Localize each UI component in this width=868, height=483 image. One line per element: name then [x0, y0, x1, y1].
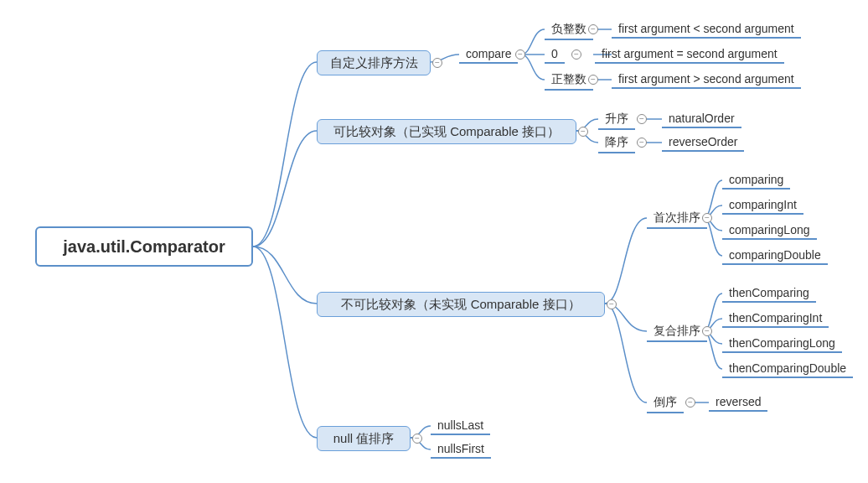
leaf-pos-int[interactable]: 正整数	[545, 70, 593, 91]
root-label: java.util.Comparator	[63, 237, 225, 257]
leaf-compare[interactable]: compare	[459, 45, 518, 64]
leaf-first-sort[interactable]: 首次排序	[647, 209, 707, 229]
leaf-then-comparing-double: thenComparingDouble	[722, 360, 853, 378]
leaf-reversed: reversed	[709, 393, 767, 412]
leaf-reverse-order: reverseOrder	[662, 133, 744, 152]
leaf-zero-desc: first argument = second argument	[595, 45, 784, 64]
label: first argument = second argument	[602, 47, 778, 60]
leaf-comparing-int: comparingInt	[722, 196, 803, 215]
label: 0	[551, 47, 558, 60]
branch-custom-sort[interactable]: 自定义排序方法	[317, 50, 431, 75]
leaf-then-comparing-int: thenComparingInt	[722, 309, 829, 328]
collapse-icon[interactable]: −	[637, 114, 647, 124]
branch-not-comparable[interactable]: 不可比较对象（未实现 Comparable 接口）	[317, 292, 605, 317]
collapse-icon[interactable]: −	[637, 138, 647, 148]
branch-label: 可比较对象（已实现 Comparable 接口）	[333, 124, 560, 140]
label: 正整数	[551, 72, 586, 87]
leaf-natural-order: naturalOrder	[662, 110, 741, 128]
collapse-icon[interactable]: −	[412, 434, 422, 444]
label: 负整数	[551, 22, 586, 37]
root-node[interactable]: java.util.Comparator	[35, 226, 253, 267]
label: reversed	[716, 395, 761, 408]
leaf-comparing: comparing	[722, 171, 790, 190]
leaf-label: compare	[466, 47, 511, 60]
leaf-nulls-first: nullsFirst	[431, 440, 491, 459]
label: comparingDouble	[729, 248, 821, 262]
collapse-icon[interactable]: −	[685, 397, 695, 408]
label: comparingInt	[729, 198, 797, 211]
leaf-neg-int-desc: first argument < second argument	[612, 20, 801, 39]
branch-label: null 值排序	[333, 431, 395, 447]
label: thenComparingDouble	[729, 361, 846, 375]
label: nullsLast	[437, 418, 483, 432]
leaf-pos-int-desc: first argument > second argument	[612, 70, 801, 89]
collapse-icon[interactable]: −	[607, 299, 617, 309]
collapse-icon[interactable]: −	[571, 49, 581, 60]
label: comparingLong	[729, 223, 810, 236]
collapse-icon[interactable]: −	[515, 49, 525, 60]
collapse-icon[interactable]: −	[432, 58, 442, 68]
label: first argument < second argument	[618, 22, 794, 35]
collapse-icon[interactable]: −	[588, 24, 598, 34]
leaf-nulls-last: nullsLast	[431, 417, 490, 435]
leaf-comparing-long: comparingLong	[722, 221, 817, 240]
label: nullsFirst	[437, 442, 484, 455]
collapse-icon[interactable]: −	[588, 75, 598, 85]
leaf-asc[interactable]: 升序	[598, 110, 635, 130]
label: 首次排序	[654, 210, 700, 226]
leaf-reverse[interactable]: 倒序	[647, 393, 684, 413]
leaf-comparing-double: comparingDouble	[722, 247, 828, 265]
leaf-compound-sort[interactable]: 复合排序	[647, 322, 707, 342]
branch-label: 自定义排序方法	[330, 55, 418, 71]
branch-null-sort[interactable]: null 值排序	[317, 426, 411, 451]
label: reverseOrder	[669, 135, 737, 148]
collapse-icon[interactable]: −	[702, 326, 712, 336]
leaf-zero[interactable]: 0	[545, 45, 565, 64]
label: first argument > second argument	[618, 72, 794, 86]
label: thenComparingLong	[729, 336, 835, 350]
leaf-then-comparing-long: thenComparingLong	[722, 335, 842, 353]
label: 降序	[605, 135, 628, 150]
leaf-then-comparing: thenComparing	[722, 284, 816, 303]
leaf-desc[interactable]: 降序	[598, 133, 635, 153]
branch-comparable[interactable]: 可比较对象（已实现 Comparable 接口）	[317, 119, 576, 144]
label: 倒序	[654, 395, 677, 410]
collapse-icon[interactable]: −	[702, 213, 712, 223]
leaf-neg-int[interactable]: 负整数	[545, 20, 593, 40]
collapse-icon[interactable]: −	[578, 127, 588, 137]
label: comparing	[729, 173, 783, 186]
label: thenComparing	[729, 286, 809, 299]
branch-label: 不可比较对象（未实现 Comparable 接口）	[341, 297, 580, 313]
label: 复合排序	[654, 324, 700, 339]
label: 升序	[605, 112, 628, 127]
label: naturalOrder	[669, 112, 735, 125]
label: thenComparingInt	[729, 311, 822, 325]
